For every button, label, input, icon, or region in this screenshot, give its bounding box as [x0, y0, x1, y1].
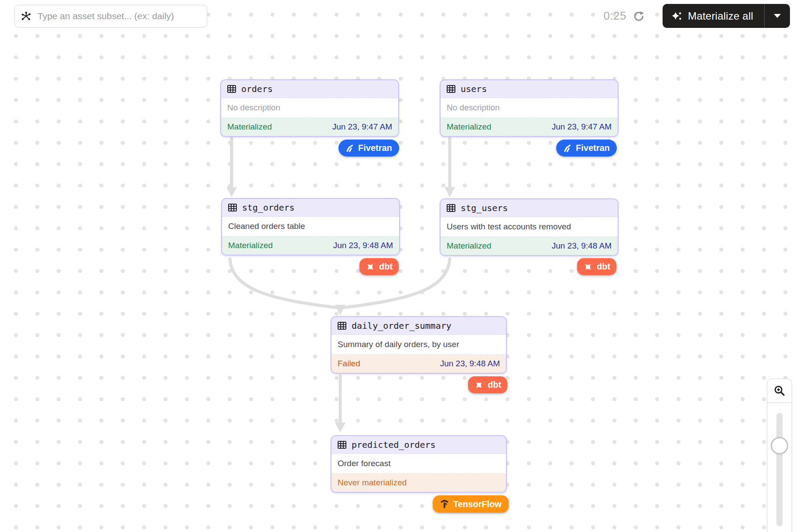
asset-description: Summary of daily orders, by user [332, 335, 506, 355]
asset-node-orders[interactable]: orders No description Materialized Jun 2… [220, 79, 399, 137]
materialize-all-label: Materialize all [688, 10, 753, 22]
fivetran-icon [345, 144, 354, 153]
dbt-badge[interactable]: dbt [359, 258, 399, 275]
fivetran-badge-label: Fivetran [576, 143, 610, 153]
status-label: Materialized [447, 122, 491, 132]
dbt-icon [474, 380, 484, 390]
status-label: Materialized [227, 122, 272, 132]
table-icon [337, 321, 347, 331]
refresh-icon[interactable] [633, 10, 645, 22]
chevron-down-icon [774, 14, 781, 18]
asset-name: users [461, 84, 487, 94]
asset-node-stg-users[interactable]: stg_users Users with test accounts remov… [440, 198, 619, 256]
arrowhead [335, 305, 345, 315]
status-timestamp: Jun 23, 9:47 AM [332, 122, 392, 132]
asset-description: Users with test accounts removed [441, 217, 618, 237]
asset-status-row: Materialized Jun 23, 9:48 AM [222, 236, 399, 255]
asset-name: predicted_orders [352, 440, 436, 450]
dbt-badge[interactable]: dbt [468, 376, 507, 393]
asset-status-row: Materialized Jun 23, 9:47 AM [221, 118, 398, 136]
dbt-badge[interactable]: dbt [577, 258, 616, 275]
asset-status-row: Never materialized [332, 474, 506, 492]
asset-node-header: predicted_orders [332, 436, 506, 454]
materialize-all-button[interactable]: Materialize all [663, 4, 790, 28]
status-label: Failed [338, 359, 360, 368]
asset-description: Order forecast [332, 454, 506, 474]
asset-node-header: stg_orders [222, 199, 399, 217]
asset-node-daily-order-summary[interactable]: daily_order_summary Summary of daily ord… [331, 316, 507, 374]
asset-node-header: daily_order_summary [332, 317, 506, 335]
status-timestamp: Jun 23, 9:47 AM [552, 122, 612, 132]
magnifier-plus-icon [773, 385, 786, 397]
asset-node-header: stg_users [441, 199, 618, 217]
asset-node-users[interactable]: users No description Materialized Jun 23… [440, 79, 619, 137]
asset-node-predicted-orders[interactable]: predicted_orders Order forecast Never ma… [331, 435, 507, 493]
asset-name: orders [241, 84, 273, 94]
fivetran-icon [563, 144, 572, 153]
asset-node-header: orders [221, 80, 398, 98]
dbt-icon [366, 262, 375, 272]
table-icon [227, 84, 236, 94]
status-timestamp: Jun 23, 9:48 AM [333, 241, 393, 250]
dbt-badge-label: dbt [379, 262, 393, 272]
status-timestamp: Jun 23, 9:48 AM [440, 359, 500, 368]
table-icon [337, 440, 347, 450]
zoom-slider-track[interactable] [776, 413, 783, 526]
fivetran-badge-label: Fivetran [358, 143, 392, 153]
zoom-in-button[interactable] [767, 379, 792, 403]
tensorflow-icon [440, 499, 449, 509]
asset-node-header: users [441, 80, 618, 98]
table-icon [446, 84, 456, 94]
table-icon [228, 203, 237, 212]
dbt-badge-label: dbt [488, 380, 501, 390]
asset-status-row: Failed Jun 23, 9:48 AM [332, 355, 506, 373]
asset-description: Cleaned orders table [222, 217, 399, 236]
tensorflow-badge-label: TensorFlow [453, 499, 502, 509]
fivetran-badge[interactable]: Fivetran [556, 140, 617, 157]
asset-description: No description [441, 98, 618, 118]
edge-stg-orders-daily [230, 259, 336, 307]
refresh-timer: 0:25 [590, 9, 626, 23]
asset-description: No description [221, 98, 398, 118]
asset-name: stg_orders [242, 202, 294, 213]
zoom-control-panel [767, 379, 792, 532]
sparkles-icon [671, 10, 683, 22]
materialize-options-dropdown[interactable] [764, 4, 790, 28]
asset-status-row: Materialized Jun 23, 9:48 AM [441, 237, 618, 255]
asset-node-stg-orders[interactable]: stg_orders Cleaned orders table Material… [221, 198, 400, 256]
arrowhead [335, 423, 345, 433]
dbt-icon [583, 262, 593, 272]
asset-graph-canvas[interactable]: 0:25 Materialize all o [0, 0, 800, 532]
tensorflow-badge[interactable]: TensorFlow [433, 495, 509, 513]
fivetran-badge[interactable]: Fivetran [338, 140, 399, 157]
asset-name: stg_users [461, 203, 508, 213]
dbt-badge-label: dbt [597, 262, 610, 272]
asset-graph-icon [21, 11, 31, 21]
asset-name: daily_order_summary [352, 321, 451, 331]
status-label: Materialized [228, 241, 273, 250]
asset-status-row: Materialized Jun 23, 9:47 AM [441, 118, 618, 136]
status-timestamp: Jun 23, 9:48 AM [552, 241, 612, 251]
zoom-slider-thumb[interactable] [771, 437, 788, 454]
status-label: Materialized [447, 241, 491, 251]
arrowhead [444, 187, 455, 197]
table-icon [446, 203, 456, 213]
search-input[interactable] [37, 10, 201, 22]
status-label: Never materialized [338, 478, 407, 488]
arrowhead [226, 187, 237, 197]
asset-subset-search[interactable] [14, 5, 207, 27]
